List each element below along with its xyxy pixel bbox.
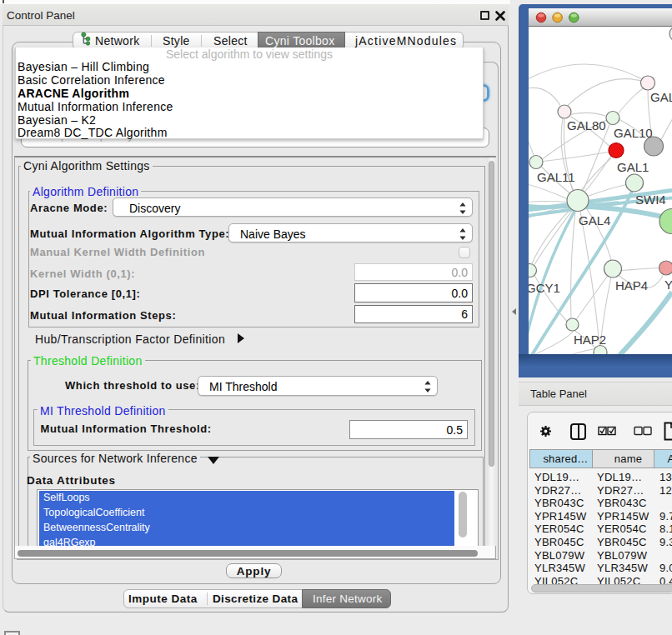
svg-text:GCY1: GCY1 bbox=[529, 280, 560, 294]
svg-text:HAP2: HAP2 bbox=[574, 332, 606, 346]
svg-text:HAP4: HAP4 bbox=[615, 278, 648, 292]
svg-text:GAL80: GAL80 bbox=[567, 118, 606, 132]
svg-text:GAL10: GAL10 bbox=[614, 125, 653, 139]
svg-text:Y: Y bbox=[664, 277, 672, 291]
svg-text:GAL11: GAL11 bbox=[537, 169, 575, 183]
svg-text:GAL7: GAL7 bbox=[650, 89, 672, 103]
svg-text:GAL4: GAL4 bbox=[579, 212, 610, 227]
svg-text:SWI4: SWI4 bbox=[635, 192, 666, 206]
svg-text:GAL1: GAL1 bbox=[617, 159, 649, 173]
